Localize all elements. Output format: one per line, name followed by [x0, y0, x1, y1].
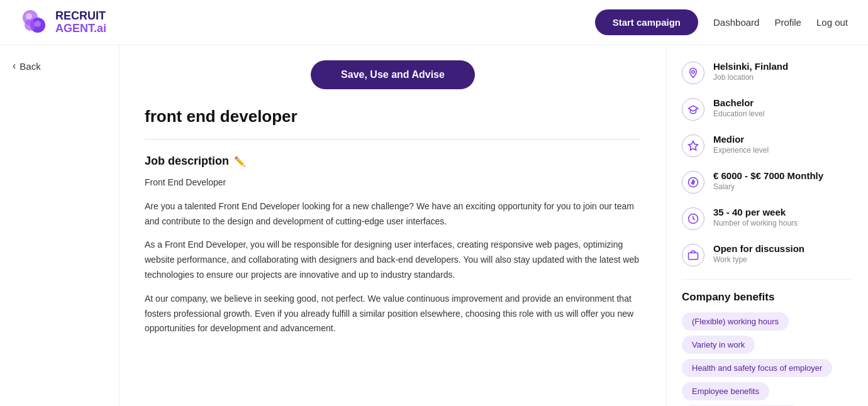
work-type-value: Open for discussion	[713, 243, 804, 255]
job-location-value: Helsinki, Finland	[713, 60, 788, 73]
benefits-divider	[682, 279, 853, 280]
salary-label: Salary	[713, 182, 823, 191]
sidebar: ‹ Back	[0, 45, 120, 406]
svg-point-3	[26, 13, 32, 19]
job-description-text: Front End Developer Are you a talented F…	[145, 175, 641, 336]
salary-icon	[682, 171, 704, 194]
experience-info: Medior Experience level	[713, 133, 769, 155]
title-divider	[145, 139, 641, 140]
education-info: Bachelor Education level	[713, 97, 764, 118]
logout-link[interactable]: Log out	[816, 17, 848, 28]
svg-point-2	[25, 19, 36, 31]
start-campaign-button[interactable]: Start campaign	[595, 9, 698, 35]
hours-value: 35 - 40 per week	[713, 206, 798, 219]
education-row: Bachelor Education level	[682, 97, 853, 121]
job-desc-para2: As a Front End Developer, you will be re…	[145, 238, 641, 282]
header: RECRUIT AGENT.ai Start campaign Dashboar…	[0, 0, 868, 45]
benefit-tag-2: Health and safety focus of employer	[682, 359, 832, 377]
back-button[interactable]: ‹ Back	[13, 60, 41, 72]
hours-row: 35 - 40 per week Number of working hours	[682, 206, 853, 230]
job-location-info: Helsinki, Finland Job location	[713, 60, 788, 82]
education-value: Bachelor	[713, 97, 764, 109]
back-label: Back	[19, 61, 40, 72]
benefit-tag-0: (Flexible) working hours	[682, 312, 789, 331]
job-description-label: Job description	[145, 155, 229, 168]
work-type-row: Open for discussion Work type	[682, 243, 853, 266]
main-layout: ‹ Back Save, Use and Advise front end de…	[0, 45, 868, 406]
save-use-advise-button[interactable]: Save, Use and Advise	[311, 60, 475, 89]
svg-point-5	[692, 70, 695, 74]
job-desc-para1: Are you a talented Front End Developer l…	[145, 199, 641, 229]
profile-link[interactable]: Profile	[774, 17, 801, 28]
benefit-tag-3: Employee benefits	[682, 382, 769, 400]
education-icon	[682, 98, 704, 121]
salary-info: € 6000 - $€ 7000 Monthly Salary	[713, 170, 823, 191]
experience-value: Medior	[713, 133, 769, 146]
svg-marker-6	[689, 141, 698, 150]
edit-icon[interactable]: ✏️	[234, 156, 246, 167]
location-icon	[682, 62, 704, 84]
hours-icon	[682, 207, 704, 230]
work-type-icon	[682, 244, 704, 266]
experience-label: Experience level	[713, 146, 769, 155]
header-nav: Start campaign Dashboard Profile Log out	[595, 9, 848, 35]
experience-row: Medior Experience level	[682, 133, 853, 157]
education-label: Education level	[713, 109, 764, 118]
logo[interactable]: RECRUIT AGENT.ai	[20, 8, 106, 38]
job-desc-intro: Front End Developer	[145, 175, 641, 190]
logo-icon	[20, 8, 50, 38]
experience-icon	[682, 134, 704, 157]
hours-info: 35 - 40 per week Number of working hours	[713, 206, 798, 228]
job-desc-para3: At our company, we believe in seeking go…	[145, 292, 641, 336]
salary-row: € 6000 - $€ 7000 Monthly Salary	[682, 170, 853, 194]
logo-text: RECRUIT AGENT.ai	[55, 10, 106, 35]
job-location-label: Job location	[713, 73, 788, 82]
work-type-info: Open for discussion Work type	[713, 243, 804, 264]
job-description-heading: Job description ✏️	[145, 155, 641, 168]
right-panel: Helsinki, Finland Job location Bachelor …	[667, 45, 868, 406]
hours-label: Number of working hours	[713, 219, 798, 228]
benefit-tag-1: Variety in work	[682, 336, 755, 354]
work-type-label: Work type	[713, 255, 804, 264]
dashboard-link[interactable]: Dashboard	[713, 17, 759, 28]
job-title: front end developer	[145, 107, 641, 126]
benefits-heading: Company benefits	[682, 291, 853, 304]
salary-value: € 6000 - $€ 7000 Monthly	[713, 170, 823, 182]
back-chevron-icon: ‹	[13, 60, 16, 72]
content-area: Save, Use and Advise front end developer…	[120, 45, 667, 406]
benefits-tags: (Flexible) working hoursVariety in workH…	[682, 312, 853, 406]
svg-rect-9	[689, 253, 698, 260]
job-location-row: Helsinki, Finland Job location	[682, 60, 853, 84]
svg-point-4	[35, 21, 41, 27]
